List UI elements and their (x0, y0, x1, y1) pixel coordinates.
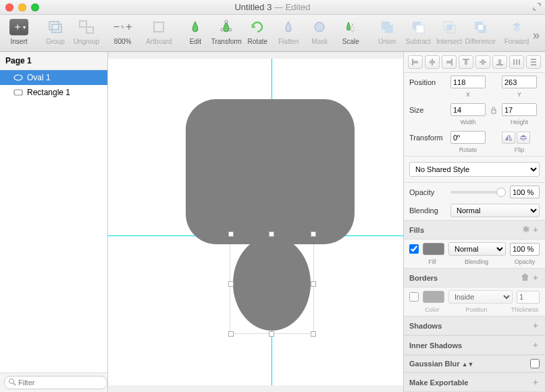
artboard-canvas[interactable] (108, 59, 403, 385)
selection-handle[interactable] (269, 331, 274, 337)
toolbar-overflow-icon[interactable]: » (533, 18, 541, 43)
lock-icon[interactable] (490, 106, 498, 114)
flip-sublabel: Flip (502, 146, 537, 153)
svg-rect-35 (465, 60, 467, 65)
svg-rect-39 (498, 59, 501, 64)
add-icon[interactable]: ＋ (531, 339, 540, 351)
align-top-button[interactable] (459, 55, 473, 69)
add-icon[interactable]: ＋ (531, 225, 540, 234)
rotate-sublabel: Rotate (450, 146, 486, 153)
layer-label: Oval 1 (27, 73, 51, 82)
layer-item-rectangle[interactable]: Rectangle 1 (0, 85, 107, 100)
close-window-button[interactable] (5, 3, 14, 11)
union-tool[interactable]: Union (372, 18, 402, 45)
edit-tool[interactable]: Edit (180, 18, 210, 45)
difference-tool[interactable]: Difference (465, 18, 495, 45)
svg-point-23 (14, 75, 22, 80)
transform-tool[interactable]: Transform (211, 18, 241, 45)
height-input[interactable] (502, 103, 537, 116)
opacity-input[interactable] (510, 186, 540, 198)
blending-select[interactable]: Normal (450, 204, 540, 217)
borders-section-header[interactable]: Borders 🗑 ＋ (404, 268, 545, 287)
scale-tool[interactable]: Scale (336, 18, 365, 45)
svg-line-26 (14, 383, 16, 385)
canvas-area[interactable] (108, 52, 403, 392)
distribute-h-button[interactable] (509, 55, 524, 69)
blur-section-header[interactable]: Gaussian Blur ▲▼ (404, 355, 545, 372)
border-enabled-checkbox[interactable] (409, 292, 419, 302)
artboard-tool[interactable]: Artboard (144, 18, 174, 45)
trash-icon[interactable]: 🗑 (521, 273, 529, 282)
selection-handle[interactable] (228, 281, 234, 287)
align-left-button[interactable] (408, 55, 423, 69)
zoom-tool[interactable]: − + 800% (108, 18, 138, 45)
subtract-tool[interactable]: Subtract (403, 18, 433, 45)
position-x-input[interactable] (450, 76, 486, 88)
selection-handle[interactable] (311, 331, 316, 337)
svg-point-25 (9, 379, 14, 384)
fill-sublabel: Fill (421, 258, 443, 265)
svg-rect-14 (385, 25, 393, 33)
fill-opacity-input[interactable] (510, 243, 540, 256)
mask-tool[interactable]: Mask (305, 18, 334, 45)
add-icon[interactable]: ＋ (531, 273, 540, 282)
zoom-window-button[interactable] (31, 3, 39, 11)
flip-horizontal-button[interactable] (502, 132, 515, 144)
gear-icon[interactable]: ✻ (523, 225, 529, 234)
fill-blending-select[interactable]: Normal (448, 242, 506, 256)
filter-input[interactable] (4, 376, 107, 389)
selection-handle[interactable] (311, 281, 316, 287)
align-right-button[interactable] (442, 55, 457, 69)
opacity-slider[interactable] (450, 191, 506, 194)
distribute-v-button[interactable] (526, 55, 541, 69)
layer-label: Rectangle 1 (27, 88, 70, 97)
add-icon[interactable]: ＋ (531, 376, 540, 388)
border-thickness-input[interactable] (517, 291, 540, 304)
border-position-select[interactable]: Inside (448, 290, 513, 304)
layer-item-oval[interactable]: Oval 1 (0, 70, 107, 85)
forward-tool[interactable]: Forward (502, 18, 531, 45)
export-section-header[interactable]: Make Exportable＋ (404, 372, 545, 392)
rotate-tool[interactable]: Rotate (242, 18, 272, 45)
shadows-section-header[interactable]: Shadows＋ (404, 316, 545, 335)
rect-icon (14, 89, 23, 96)
align-vcenter-button[interactable] (475, 55, 490, 69)
align-tools (404, 52, 545, 73)
traffic-lights (0, 3, 39, 11)
page-header[interactable]: Page 1 (0, 52, 107, 70)
selection-handle[interactable] (228, 331, 234, 337)
fills-section-header[interactable]: Fills ✻ ＋ (404, 220, 545, 240)
insert-tool[interactable]: ＋▾ Insert (4, 18, 34, 45)
svg-rect-46 (492, 110, 496, 113)
svg-point-11 (229, 28, 232, 31)
selection-handle[interactable] (311, 231, 316, 237)
blending-label: Blending (409, 206, 446, 215)
add-icon[interactable]: ＋ (531, 320, 540, 331)
flip-vertical-button[interactable] (517, 132, 530, 144)
align-bottom-button[interactable] (492, 55, 507, 69)
blur-enabled-checkbox[interactable] (530, 359, 540, 368)
fill-enabled-checkbox[interactable] (409, 244, 419, 254)
shape-rectangle[interactable] (186, 99, 355, 244)
minimize-window-button[interactable] (18, 3, 26, 11)
intersect-tool[interactable]: Intersect (434, 18, 464, 45)
flatten-tool[interactable]: Flatten (274, 18, 303, 45)
x-sublabel: X (450, 91, 486, 98)
inner-shadows-section-header[interactable]: Inner Shadows＋ (404, 335, 545, 355)
shared-style-select[interactable]: No Shared Style (409, 162, 540, 177)
svg-rect-31 (430, 61, 435, 63)
rotate-input[interactable] (450, 131, 486, 144)
selection-handle[interactable] (269, 231, 274, 237)
align-hcenter-button[interactable] (425, 55, 440, 69)
svg-rect-0 (49, 22, 59, 30)
fill-color-swatch[interactable] (423, 243, 444, 255)
ungroup-tool[interactable]: Ungroup (72, 18, 101, 45)
position-label: Position (409, 78, 446, 86)
border-color-swatch[interactable] (423, 291, 444, 303)
height-sublabel: Height (502, 119, 537, 125)
fullscreen-icon[interactable] (533, 3, 541, 11)
selection-handle[interactable] (228, 231, 234, 237)
group-tool[interactable]: Group (41, 18, 70, 45)
width-input[interactable] (450, 103, 486, 116)
position-y-input[interactable] (502, 76, 537, 88)
